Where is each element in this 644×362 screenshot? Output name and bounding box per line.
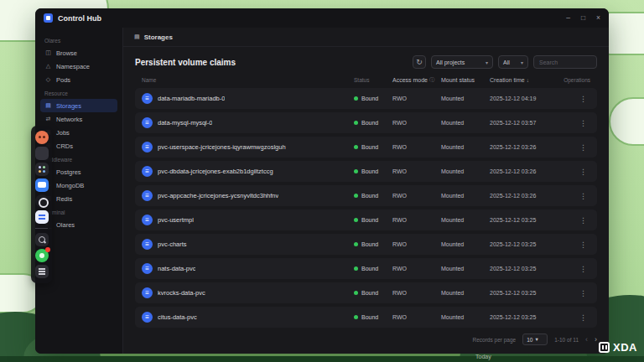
creation-time: 2025-12-12 04:19 xyxy=(490,96,562,101)
dock-settings-icon[interactable] xyxy=(35,265,49,278)
status-filter-select[interactable]: All ▾ xyxy=(498,55,528,69)
table-row[interactable]: ≡pvc-charts Bound RWO Mounted 2025-12-12… xyxy=(135,234,597,255)
table-row[interactable]: ≡pvc-appcache-jcricejones-ycsnyvltdc3hhf… xyxy=(135,185,597,206)
dock-search-icon[interactable] xyxy=(35,233,49,246)
status-dot xyxy=(354,315,358,319)
pvc-name: pvc-userspace-jcricejones-iqyrawmwgzoslg… xyxy=(158,143,286,151)
pvc-name: kvrocks-data-pvc xyxy=(158,289,205,297)
access-mode: RWO xyxy=(392,217,441,223)
table-row[interactable]: ≡data-mariadb-mariadb-0 Bound RWO Mounte… xyxy=(135,88,597,109)
access-mode: RWO xyxy=(392,168,441,174)
desktop: Today Control Hub – □ × Olares xyxy=(0,0,644,362)
status-dot xyxy=(354,218,358,222)
mount-status: Mounted xyxy=(441,290,490,296)
sidebar-item-networks[interactable]: ⇄ Networks xyxy=(40,112,117,126)
status-text: Bound xyxy=(361,193,378,199)
maximize-button[interactable]: □ xyxy=(581,14,585,22)
close-button[interactable]: × xyxy=(596,14,600,22)
volume-icon: ≡ xyxy=(142,117,153,128)
table-row[interactable]: ≡pvc-dbdata-jcricejones-exab2b1dgiltztcc… xyxy=(135,161,597,182)
dock-files-icon[interactable] xyxy=(35,147,49,160)
dock-messages-icon[interactable] xyxy=(35,178,49,192)
column-creation-time[interactable]: Creation time ↓ xyxy=(490,77,562,83)
row-menu-button[interactable]: ⋮ xyxy=(576,119,590,127)
row-menu-button[interactable]: ⋮ xyxy=(576,289,590,297)
status-dot xyxy=(354,145,358,149)
column-access-mode-label: Access mode xyxy=(392,77,428,83)
volume-icon: ≡ xyxy=(142,239,153,250)
dock-launcher-icon[interactable] xyxy=(35,163,49,176)
dock-notes-icon[interactable] xyxy=(35,210,49,224)
dock-vault-icon[interactable] xyxy=(35,194,49,208)
sidebar-item-label: Browse xyxy=(56,49,77,57)
refresh-button[interactable]: ↻ xyxy=(413,55,426,69)
xda-logo-icon xyxy=(599,342,610,353)
sidebar-item-label: Postgres xyxy=(56,168,81,176)
table-row[interactable]: ≡pvc-userspace-jcricejones-iqyrawmwgzosl… xyxy=(135,137,597,158)
titlebar: Control Hub – □ × xyxy=(35,8,609,28)
dock xyxy=(31,126,52,283)
volume-icon: ≡ xyxy=(142,93,153,104)
row-menu-button[interactable]: ⋮ xyxy=(576,216,590,225)
project-filter-select[interactable]: All projects ▾ xyxy=(431,55,493,69)
dock-market-icon[interactable] xyxy=(35,249,49,262)
pvc-name: nats-data-pvc xyxy=(158,265,195,272)
row-menu-button[interactable]: ⋮ xyxy=(576,192,590,200)
dock-profile-icon[interactable] xyxy=(35,131,49,144)
page-size-select[interactable]: 10 ▾ xyxy=(522,334,548,345)
row-menu-button[interactable]: ⋮ xyxy=(576,265,590,273)
status-text: Bound xyxy=(361,120,378,126)
previous-page-button[interactable]: ‹ xyxy=(585,335,588,344)
status-dot xyxy=(354,96,358,101)
pvc-name: pvc-charts xyxy=(158,240,187,248)
status-dot xyxy=(354,169,358,173)
access-mode: RWO xyxy=(392,193,441,199)
status-filter-value: All xyxy=(503,59,510,65)
row-menu-button[interactable]: ⋮ xyxy=(576,95,590,103)
sidebar-item-pods[interactable]: ◇ Pods xyxy=(40,73,117,86)
row-menu-button[interactable]: ⋮ xyxy=(576,240,590,249)
desktop-widget-label: Today xyxy=(475,354,491,359)
sidebar-item-label: Namespace xyxy=(56,63,90,70)
table-row[interactable]: ≡nats-data-pvc Bound RWO Mounted 2025-12… xyxy=(135,258,597,279)
page-title: Persistent volume claims xyxy=(135,58,236,67)
creation-time: 2025-12-12 03:26 xyxy=(490,168,562,174)
row-menu-button[interactable]: ⋮ xyxy=(576,313,590,322)
sidebar-item-label: CRDs xyxy=(56,142,73,150)
sidebar-item-storages[interactable]: ▤ Storages xyxy=(40,99,117,112)
networks-icon: ⇄ xyxy=(44,116,52,122)
status-dot xyxy=(354,291,358,295)
pvc-name: pvc-appcache-jcricejones-ycsnyvltdc3hhfn… xyxy=(158,192,278,199)
table-header: Name Status Access mode ⓘ Mount status C… xyxy=(135,69,597,88)
sidebar-item-label: MongoDB xyxy=(56,182,84,189)
minimize-button[interactable]: – xyxy=(566,14,570,22)
status-dot xyxy=(354,266,358,271)
access-mode: RWO xyxy=(392,120,441,126)
column-operations: Operations xyxy=(562,77,590,83)
records-per-page-label: Records per page xyxy=(473,337,517,343)
mount-status: Mounted xyxy=(441,314,490,320)
sidebar-item-browse[interactable]: ◫ Browse xyxy=(40,46,117,59)
creation-time: 2025-12-12 03:25 xyxy=(490,290,562,296)
volume-icon: ≡ xyxy=(142,287,153,298)
cloud xyxy=(609,97,644,146)
row-menu-button[interactable]: ⋮ xyxy=(576,143,590,152)
column-status: Status xyxy=(354,77,392,83)
main-header-title: Storages xyxy=(144,34,173,41)
row-menu-button[interactable]: ⋮ xyxy=(576,168,590,176)
access-mode: RWO xyxy=(392,96,441,101)
sidebar-item-label: Jobs xyxy=(56,129,70,137)
sort-desc-icon: ↓ xyxy=(527,77,529,83)
mount-status: Mounted xyxy=(441,217,490,223)
sidebar-item-namespace[interactable]: △ Namespace xyxy=(40,59,117,73)
next-page-button[interactable]: › xyxy=(595,335,597,344)
search-input[interactable] xyxy=(533,55,597,69)
table-row[interactable]: ≡kvrocks-data-pvc Bound RWO Mounted 2025… xyxy=(135,282,597,303)
table-row[interactable]: ≡pvc-usertmpl Bound RWO Mounted 2025-12-… xyxy=(135,209,597,230)
main-header: ▤ Storages xyxy=(123,28,609,47)
table-row[interactable]: ≡citus-data-pvc Bound RWO Mounted 2025-1… xyxy=(135,307,597,328)
status-text: Bound xyxy=(361,96,378,101)
creation-time: 2025-12-12 03:25 xyxy=(490,314,562,320)
page-size-value: 10 xyxy=(527,337,532,343)
table-row[interactable]: ≡data-mysql-mysql-0 Bound RWO Mounted 20… xyxy=(135,112,597,133)
